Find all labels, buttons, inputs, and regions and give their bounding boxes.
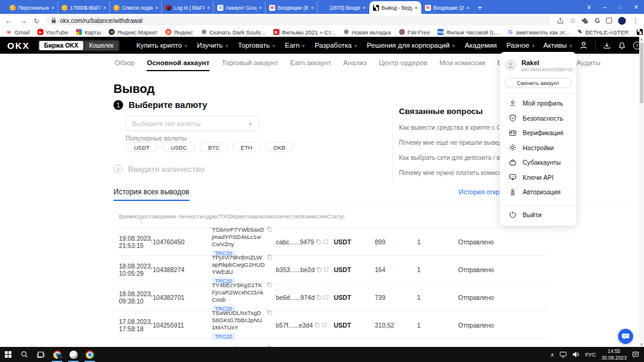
side-panel-icon[interactable]	[606, 17, 612, 24]
subnav-item[interactable]: Анализ	[343, 59, 367, 71]
currency-pill[interactable]: BTC	[200, 142, 228, 152]
subnav-item[interactable]: Основной аккаунт	[147, 59, 209, 71]
notifications-bell-icon[interactable]	[618, 42, 626, 49]
download-app-icon[interactable]	[603, 42, 611, 49]
tab-close-icon[interactable]	[415, 5, 418, 11]
user-icon[interactable]	[579, 41, 588, 49]
browser-tab[interactable]: Log In | BlaFX	[162, 1, 214, 14]
bookmark-item[interactable]: Фильмы 2021 » Ст...	[273, 29, 336, 36]
switch-account-button[interactable]: Сменить аккаунт	[505, 78, 572, 88]
close-window-button[interactable]	[628, 3, 644, 11]
currency-pill[interactable]: USDT	[126, 142, 158, 152]
nav-item[interactable]: Разработка	[314, 42, 357, 49]
extensions-icon[interactable]	[582, 17, 588, 24]
external-link-icon[interactable]	[324, 267, 329, 272]
maximize-button[interactable]	[613, 4, 628, 10]
bookmark-item[interactable]: Карты	[76, 29, 101, 36]
browser-tab[interactable]: Вывод - Ведущая мир	[369, 1, 421, 14]
bookmark-item[interactable]: амитивилль как эт...	[508, 29, 569, 36]
bookmark-item[interactable]: BETHLE-ASTER	[577, 29, 629, 36]
withdrawal-history-tab[interactable]: История всех выводов	[113, 188, 190, 201]
browser-tab[interactable]: Аккаунт Google	[214, 1, 266, 14]
currency-pill[interactable]: ETH	[232, 142, 261, 152]
copy-icon[interactable]	[267, 310, 272, 315]
browser-tab[interactable]: Входящие (200) - rak	[421, 1, 473, 14]
open-orders-history-link[interactable]: История откр	[459, 188, 500, 195]
toggle-wallet[interactable]: Кошелек	[84, 41, 118, 50]
tab-close-icon[interactable]	[311, 5, 314, 11]
volume-icon[interactable]	[572, 351, 579, 358]
menu-item-authorization[interactable]: Авторизация	[500, 185, 576, 200]
language-indicator[interactable]: РУС	[585, 352, 596, 358]
menu-item-logout[interactable]: Выйти	[500, 208, 576, 223]
subnav-item[interactable]: Мои комиссии	[439, 59, 485, 71]
profile-avatar[interactable]	[618, 17, 626, 25]
external-link-icon[interactable]	[323, 239, 328, 244]
tab-close-icon[interactable]	[467, 5, 470, 11]
toggle-exchange[interactable]: Биржа OKX	[39, 41, 83, 50]
support-chat-button[interactable]	[618, 329, 633, 344]
bookmark-star-icon[interactable]	[570, 16, 576, 25]
tab-close-icon[interactable]	[155, 5, 158, 11]
menu-item-verification[interactable]: Верификация	[500, 125, 576, 141]
copy-icon[interactable]	[316, 267, 322, 272]
google-icon[interactable]	[595, 17, 600, 24]
nav-item[interactable]: Решения для корпораций	[367, 42, 455, 49]
subnav-item[interactable]: Центр ордеров	[378, 59, 427, 71]
taskbar-search-button[interactable]	[16, 347, 33, 362]
hidden-icons-chevron[interactable]	[550, 352, 555, 358]
scroll-up-icon[interactable]	[639, 37, 644, 41]
notification-center-icon[interactable]	[632, 351, 639, 358]
nav-item[interactable]: Торговать	[238, 42, 275, 49]
nav-item[interactable]: Изучить	[197, 42, 228, 49]
copy-icon[interactable]	[316, 239, 321, 244]
bookmark-item[interactable]: Новая вкладка	[343, 29, 391, 36]
okx-logo[interactable]: OKX	[7, 40, 30, 51]
scrollbar-thumb[interactable]	[640, 43, 643, 103]
scrollbar[interactable]	[639, 37, 644, 347]
assets-menu[interactable]: Активы	[543, 42, 572, 49]
bookmark-item[interactable]: Gmail	[6, 29, 30, 36]
taskbar-app-chrome-1[interactable]	[49, 347, 65, 362]
menu-item-profile[interactable]: Мой профиль	[500, 96, 576, 111]
share-icon[interactable]	[557, 17, 564, 24]
new-tab-button[interactable]	[473, 1, 486, 14]
taskbar-app-chrome-2[interactable]	[81, 347, 98, 362]
menu-item-settings[interactable]: Настройки	[500, 141, 576, 156]
tab-close-icon[interactable]	[259, 5, 262, 11]
subnav-item[interactable]: Earn аккаунт	[290, 59, 331, 71]
nav-item[interactable]: Разное	[506, 42, 535, 49]
forward-icon[interactable]	[19, 17, 27, 25]
bookmark-item[interactable]: Регистрация на са...	[637, 29, 644, 36]
tab-search-chevron-icon[interactable]	[581, 4, 597, 10]
clock[interactable]: 14:55 30.08.2023	[601, 348, 626, 361]
menu-item-subaccounts[interactable]: Субаккаунты	[500, 155, 576, 170]
menu-item-api-keys[interactable]: Ключи API	[500, 170, 576, 185]
copy-icon[interactable]	[267, 226, 272, 232]
tab-close-icon[interactable]	[51, 5, 54, 11]
subnav-item[interactable]: Обзор	[115, 59, 135, 71]
bookmark-item[interactable]: FW-Free	[399, 29, 430, 36]
back-icon[interactable]	[5, 17, 13, 25]
bookmark-item[interactable]: Скачать Dark Souls...	[201, 29, 266, 36]
address-bar[interactable]: okx.com/ru/balance/withdrawal	[46, 16, 550, 25]
start-button[interactable]	[0, 347, 16, 362]
tab-close-icon[interactable]	[207, 5, 210, 11]
copy-icon[interactable]	[267, 254, 272, 259]
tab-close-icon[interactable]	[103, 5, 106, 11]
bookmark-item[interactable]: Яндекс Маркет	[109, 29, 158, 36]
minimize-button[interactable]	[597, 4, 613, 10]
external-link-icon[interactable]	[322, 322, 327, 328]
subnav-item[interactable]: Аудиты	[576, 59, 601, 71]
scroll-down-icon[interactable]	[639, 343, 644, 346]
task-view-button[interactable]	[33, 347, 49, 362]
nav-item[interactable]: Академия	[465, 42, 497, 49]
copy-icon[interactable]	[267, 282, 272, 287]
nav-item[interactable]: Earn	[285, 42, 305, 49]
copy-icon[interactable]	[316, 294, 322, 300]
menu-dots-icon[interactable]	[632, 16, 639, 25]
browser-tab[interactable]: 17000$-BlaFX-Разоб	[58, 1, 110, 14]
copy-icon[interactable]	[314, 322, 320, 328]
menu-item-security[interactable]: Безопасность	[500, 111, 576, 126]
bookmark-item[interactable]: YouTube	[37, 29, 68, 36]
